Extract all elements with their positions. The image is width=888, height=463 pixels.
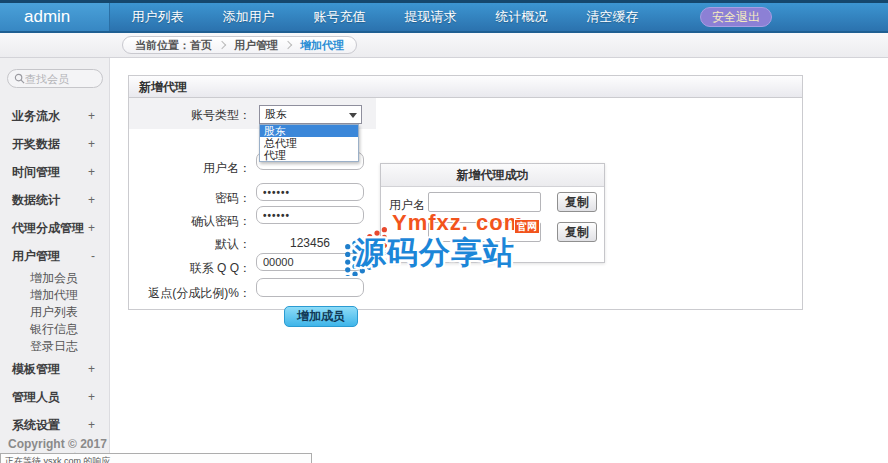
sidebar-item-data-stats[interactable]: 数据统计 + [0,186,109,214]
sidebar-item-label: 用户管理 [12,248,60,265]
option-shareholder[interactable]: 股东 [260,125,358,137]
expand-icon: + [88,193,95,207]
account-type-select[interactable]: 股东 [259,105,362,124]
admin-app: admin 用户列表 添加用户 账号充值 提现请求 统计概况 清空缓存 安全退出… [0,0,888,463]
default-password-value: 123456 [256,236,364,250]
breadcrumb-bar: 当前位置：首页 用户管理 增加代理 [0,33,888,58]
chevron-right-icon [218,41,226,49]
sidebar-item-user-mgmt[interactable]: 用户管理 - [0,242,109,270]
copy-username-button[interactable]: 复制 [557,192,597,212]
sidebar-item-label: 系统设置 [12,417,60,434]
option-agent[interactable]: 代理 [260,149,358,161]
selected-option: 股东 [265,108,287,120]
qq-input[interactable] [256,253,364,271]
expand-icon: + [88,221,95,235]
collapse-icon: - [91,249,95,263]
add-member-button[interactable]: 增加成员 [284,306,358,327]
expand-icon: + [88,165,95,179]
nav-clear-cache[interactable]: 清空缓存 [567,3,658,31]
breadcrumb-user-mgmt[interactable]: 用户管理 [234,38,278,53]
modal-username-value[interactable] [428,192,541,212]
account-type-dropdown: 股东 总代理 代理 [259,124,359,162]
account-type-label: 账号类型： [129,107,251,124]
panel-title: 新增代理 [129,76,802,98]
rebate-label: 返点(分成比例)%： [129,285,251,302]
app-logo: admin [0,3,110,31]
nav-statistics[interactable]: 统计概况 [476,3,567,31]
sidebar-item-system-settings[interactable]: 系统设置 + [0,411,109,439]
username-label: 用户名： [129,160,251,177]
breadcrumb-add-agent[interactable]: 增加代理 [300,38,344,53]
sidebar-subitem-login-log[interactable]: 登录日志 [0,338,109,355]
browser-status-bar: 正在等待 ysxk.com 的响应 [0,453,312,463]
sidebar-item-agent-share-mgmt[interactable]: 代理分成管理 + [0,214,109,242]
expand-icon: + [88,418,95,432]
sidebar-subitem-add-agent[interactable]: 增加代理 [0,287,109,304]
sidebar-item-label: 管理人员 [12,389,60,406]
sidebar-item-template-mgmt[interactable]: 模板管理 + [0,355,109,383]
password-input[interactable] [256,183,364,201]
confirm-password-label: 确认密码： [129,213,251,230]
sidebar-item-label: 模板管理 [12,361,60,378]
qq-label: 联系 Q Q： [129,260,251,277]
breadcrumb-home[interactable]: 当前位置：首页 [135,38,212,53]
default-label: 默认： [129,236,251,253]
nav-recharge[interactable]: 账号充值 [294,3,385,31]
modal-title: 新增代理成功 [381,164,604,187]
chevron-right-icon [284,41,292,49]
sidebar-subitem-bank-info[interactable]: 银行信息 [0,321,109,338]
sidebar-item-admin-staff[interactable]: 管理人员 + [0,383,109,411]
expand-icon: + [88,362,95,376]
modal-password-value[interactable] [428,222,541,242]
confirm-password-input[interactable] [256,206,364,224]
sidebar-subitem-user-list[interactable]: 用户列表 [0,304,109,321]
search-input[interactable] [25,73,91,85]
sidebar-subitem-add-member[interactable]: 增加会员 [0,270,109,287]
rebate-input[interactable] [256,278,364,297]
expand-icon: + [88,109,95,123]
sidebar-item-label: 时间管理 [12,164,60,181]
copy-password-button[interactable]: 复制 [557,222,597,242]
search-icon [14,73,25,84]
breadcrumb: 当前位置：首页 用户管理 增加代理 [122,36,357,54]
nav-withdraw-request[interactable]: 提现请求 [385,3,476,31]
sidebar-menu: 业务流水 + 开奖数据 + 时间管理 + 数据统计 + 代理分成管理 + 用户管… [0,102,109,439]
agent-created-modal: 新增代理成功 用户名： 复制 复制 [380,163,605,263]
sidebar-item-label: 代理分成管理 [12,220,84,237]
logout-button[interactable]: 安全退出 [700,7,772,27]
sidebar-item-label: 业务流水 [12,108,60,125]
sidebar-item-time-mgmt[interactable]: 时间管理 + [0,158,109,186]
nav-add-user[interactable]: 添加用户 [203,3,294,31]
option-general-agent[interactable]: 总代理 [260,137,358,149]
chevron-down-icon [349,113,357,118]
sidebar-item-label: 开奖数据 [12,136,60,153]
password-label: 密码： [129,190,251,207]
sidebar: 业务流水 + 开奖数据 + 时间管理 + 数据统计 + 代理分成管理 + 用户管… [0,58,110,463]
sidebar-item-business-flow[interactable]: 业务流水 + [0,102,109,130]
expand-icon: + [88,137,95,151]
nav-user-list[interactable]: 用户列表 [112,3,203,31]
expand-icon: + [88,390,95,404]
member-search-box[interactable] [7,69,103,88]
top-header: admin 用户列表 添加用户 账号充值 提现请求 统计概况 清空缓存 安全退出 [0,0,888,33]
sidebar-item-lottery-data[interactable]: 开奖数据 + [0,130,109,158]
sidebar-item-label: 数据统计 [12,192,60,209]
top-nav: 用户列表 添加用户 账号充值 提现请求 统计概况 清空缓存 [112,3,658,31]
